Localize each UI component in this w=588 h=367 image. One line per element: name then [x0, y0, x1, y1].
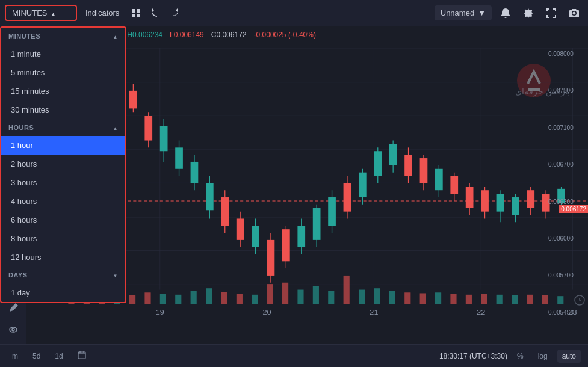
timeframe-1d-button[interactable]: 1d	[50, 350, 67, 363]
svg-point-14	[10, 327, 17, 332]
timeframe-5m[interactable]: 5 minutes	[1, 63, 125, 82]
svg-rect-80	[435, 169, 443, 190]
timeframe-1d[interactable]: 1 day	[1, 283, 125, 302]
svg-rect-76	[404, 155, 412, 176]
svg-rect-121	[435, 292, 441, 304]
svg-rect-88	[497, 194, 504, 212]
calendar-button[interactable]	[73, 348, 91, 363]
undo-button[interactable]	[147, 5, 164, 22]
auto-button[interactable]: auto	[557, 350, 581, 363]
redo-button[interactable]	[166, 5, 183, 22]
svg-point-15	[12, 328, 14, 331]
timeframe-30m[interactable]: 30 minutes	[1, 100, 125, 119]
timeframe-4h[interactable]: 4 hours	[1, 192, 125, 211]
svg-rect-82	[450, 176, 458, 194]
indicators-button[interactable]: Indicators	[79, 5, 125, 21]
svg-rect-122	[450, 294, 456, 304]
svg-rect-70	[359, 173, 367, 197]
toolbar-left: MINUTES Indicators	[5, 5, 183, 22]
ohlc-close: C0.006172	[211, 31, 247, 39]
svg-rect-90	[512, 197, 519, 215]
chart-right-icon[interactable]	[574, 294, 586, 308]
svg-rect-120	[420, 293, 426, 304]
bottom-toolbar: m 5d 1d 18:30:17 (UTC+3:30) % log auto	[0, 344, 588, 367]
timeframe-chevron-icon	[51, 8, 56, 17]
timeframe-1h[interactable]: 1 hour	[1, 136, 125, 155]
log-button[interactable]: log	[533, 350, 552, 363]
timeframe-m-button[interactable]: m	[7, 350, 23, 363]
ohlc-change: -0.000025 (-0.40%)	[254, 31, 316, 39]
current-price-label: 0.006172	[559, 205, 588, 213]
svg-rect-107	[221, 292, 227, 304]
hours-section-header: HOURS	[1, 119, 125, 136]
settings-button[interactable]	[519, 4, 537, 22]
chart-name-button[interactable]: Unnamed ▼	[435, 5, 492, 20]
svg-rect-116	[359, 290, 365, 304]
top-toolbar: MINUTES Indicators	[0, 0, 588, 26]
screenshot-button[interactable]	[565, 4, 583, 22]
svg-rect-102	[144, 292, 150, 304]
svg-rect-0	[132, 9, 135, 13]
timeframe-15m[interactable]: 15 minutes	[1, 82, 125, 100]
chart-name-chevron-icon: ▼	[478, 8, 486, 17]
timeframe-5d-button[interactable]: 5d	[28, 350, 45, 363]
time-display: 18:30:17 (UTC+3:30)	[439, 352, 507, 360]
svg-rect-103	[160, 294, 166, 304]
svg-rect-108	[237, 294, 243, 304]
svg-rect-56	[252, 226, 259, 247]
svg-rect-1	[137, 9, 140, 13]
main-content: T MINUTES 1 minute 5 minutes 15 minutes	[0, 26, 588, 344]
timeframe-label: MINUTES	[12, 8, 48, 17]
svg-rect-113	[313, 286, 319, 304]
svg-rect-62	[297, 226, 305, 247]
timeframe-1m[interactable]: 1 minute	[1, 45, 125, 63]
timeframe-dropdown: MINUTES 1 minute 5 minutes 15 minutes 30…	[0, 26, 126, 303]
timeframe-12h[interactable]: 12 hours	[1, 248, 125, 267]
svg-rect-104	[175, 295, 181, 304]
fullscreen-button[interactable]	[542, 4, 560, 22]
timeframe-3h[interactable]: 3 hours	[1, 173, 125, 192]
timeframe-2h[interactable]: 2 hours	[1, 155, 125, 173]
svg-rect-117	[374, 288, 380, 304]
ohlc-high: H0.006234	[127, 31, 162, 39]
svg-text:20: 20	[263, 308, 271, 316]
svg-rect-74	[389, 144, 397, 165]
svg-rect-124	[481, 294, 487, 304]
sidebar-eye-icon[interactable]	[4, 320, 23, 339]
svg-text:19: 19	[156, 308, 164, 316]
svg-rect-60	[282, 229, 290, 261]
days-collapse-icon[interactable]	[113, 271, 118, 279]
grid-icon-button[interactable]	[128, 5, 144, 22]
svg-rect-101	[129, 295, 135, 304]
timeframe-button[interactable]: MINUTES	[5, 5, 77, 21]
chart-name-label: Unnamed	[441, 8, 474, 17]
svg-rect-42	[144, 116, 152, 140]
svg-rect-44	[160, 126, 168, 151]
svg-text:21: 21	[370, 308, 378, 316]
svg-rect-109	[252, 295, 258, 304]
minutes-collapse-icon[interactable]	[113, 32, 118, 40]
percent-button[interactable]: %	[512, 350, 528, 363]
svg-rect-111	[282, 283, 288, 304]
svg-rect-86	[481, 190, 489, 211]
candlestick-chart: 19 20 21 22 23	[53, 48, 588, 318]
svg-rect-78	[420, 158, 428, 183]
svg-rect-64	[313, 208, 321, 240]
timeframe-6h[interactable]: 6 hours	[1, 211, 125, 229]
svg-rect-66	[328, 197, 336, 226]
svg-text:22: 22	[477, 308, 485, 316]
alert-button[interactable]	[497, 4, 515, 22]
svg-rect-92	[527, 190, 534, 208]
svg-rect-54	[237, 218, 244, 239]
svg-rect-3	[137, 14, 140, 17]
svg-rect-126	[512, 295, 518, 304]
svg-rect-127	[527, 295, 533, 304]
svg-rect-48	[191, 162, 199, 183]
hours-collapse-icon[interactable]	[113, 124, 118, 131]
svg-rect-119	[404, 292, 410, 304]
timeframe-8h[interactable]: 8 hours	[1, 229, 125, 248]
svg-rect-106	[206, 288, 212, 304]
svg-rect-105	[191, 291, 197, 304]
svg-rect-123	[466, 295, 472, 304]
svg-rect-2	[132, 14, 135, 17]
